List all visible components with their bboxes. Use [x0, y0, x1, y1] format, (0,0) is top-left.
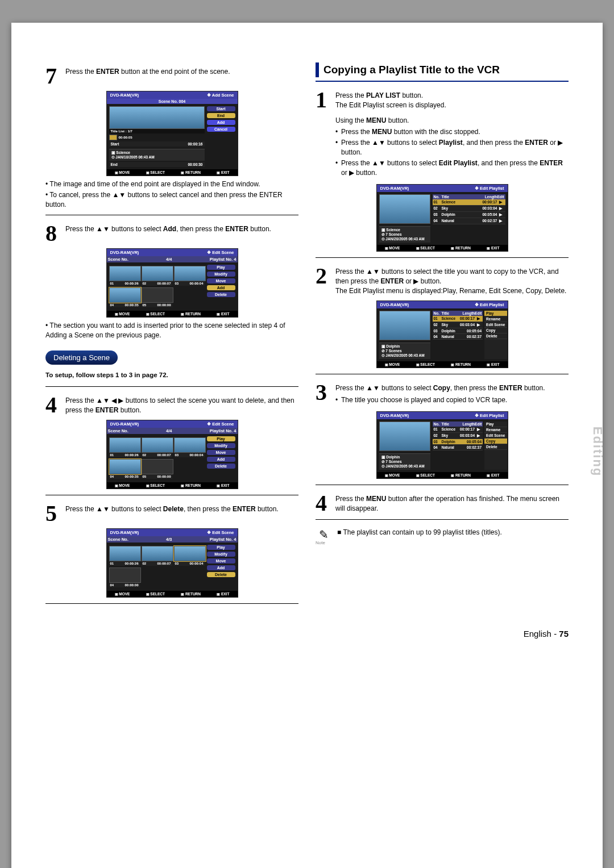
osd-edit-scene: DVD-RAM(VR)❖ Edit Scene Scene No.4/3Play… [106, 528, 238, 598]
context-menu-item[interactable]: Copy [484, 439, 507, 444]
setup-instruction: To setup, follow steps 1 to 3 in page 72… [45, 372, 298, 378]
osd-button[interactable]: Add [207, 120, 235, 125]
osd-button[interactable]: Add [207, 457, 235, 462]
osd-button[interactable]: Delete [207, 572, 235, 577]
thumbnail [109, 106, 205, 129]
note-icon: ✎ [316, 528, 331, 541]
step-number: 2 [316, 266, 335, 295]
osd-button[interactable]: Move [207, 278, 235, 283]
context-menu-item[interactable]: Rename [484, 316, 507, 322]
left-column: 7 Press the ENTER button at the end poin… [45, 62, 298, 612]
context-menu-item[interactable]: Play [484, 311, 507, 316]
step-text: Press the ENTER button at the end point … [65, 67, 298, 86]
context-menu-item[interactable]: Delete [484, 444, 507, 450]
osd-add-scene: DVD-RAM(VR)❖ Add Scene Scene No. 004 Tit… [106, 91, 238, 176]
thumbnail [379, 311, 430, 340]
osd-button[interactable]: Modify [207, 552, 235, 557]
note-block: ✎ Note The playlist can contain up to 99… [316, 528, 569, 545]
divider [316, 519, 569, 520]
osd-button[interactable]: Cancel [207, 127, 235, 132]
osd-edit-playlist: DVD-RAM(VR)❖ Edit Playlist ▣ Science ⊘ 7… [376, 184, 508, 252]
osd-button[interactable]: Modify [207, 272, 235, 277]
thumbnail [379, 194, 430, 224]
section-title: Copying a Playlist Title to the VCR [323, 62, 500, 77]
osd-button[interactable]: Modify [207, 443, 235, 448]
osd-button[interactable]: Delete [207, 464, 235, 469]
osd-button[interactable]: Play [207, 436, 235, 441]
subsection-heading: Deleting a Scene [45, 350, 118, 365]
osd-button[interactable]: End [207, 113, 235, 118]
osd-button[interactable]: Add [207, 565, 235, 570]
divider [316, 257, 569, 258]
right-column: Copying a Playlist Title to the VCR 1 Pr… [316, 62, 569, 612]
step-text: Press the MENU button after the operatio… [335, 494, 569, 514]
note-text: The playlist can contain up to 99 playli… [337, 528, 502, 537]
context-menu-item[interactable]: Delete [484, 333, 507, 339]
osd-edit-scene: DVD-RAM(VR)❖ Edit Scene Scene No.4/4Play… [106, 420, 238, 489]
osd-button[interactable]: Delete [207, 292, 235, 297]
osd-button[interactable]: Add [207, 285, 235, 290]
note-label: Note [316, 540, 331, 545]
section-rule [316, 81, 569, 82]
step-number: 7 [45, 66, 65, 86]
osd-edit-playlist: DVD-RAM(VR)❖ Edit Playlist ▣ Dolphin ⊘ 7… [376, 301, 508, 368]
step-number: 3 [316, 382, 335, 407]
divider [45, 215, 298, 215]
step-number: 8 [45, 223, 65, 244]
step-number: 4 [316, 493, 335, 514]
osd-button[interactable]: Play [207, 265, 235, 270]
context-menu-item[interactable]: Copy [484, 328, 507, 333]
context-menu-item[interactable]: Edit Scene [484, 322, 507, 328]
step-number: 1 [316, 90, 335, 180]
context-menu-item[interactable]: Edit Scene [484, 433, 507, 439]
page-footer: English - 75 [45, 629, 569, 639]
osd-edit-playlist: DVD-RAM(VR)❖ Edit Playlist ▣ Dolphin ⊘ 7… [376, 411, 508, 479]
section-accent-bar [316, 62, 319, 77]
step-text: Press the ▲▼ buttons to select Copy, the… [335, 383, 569, 407]
step-text: Press the ▲▼ buttons to select Delete, t… [65, 504, 298, 524]
step-text: Press the PLAY LIST button. The Edit Pla… [335, 91, 569, 180]
context-menu-item[interactable]: Play [484, 422, 507, 427]
context-menu-item[interactable]: Rename [484, 427, 507, 433]
osd-edit-scene: DVD-RAM(VR)❖ Edit Scene Scene No.4/4Play… [106, 248, 238, 318]
divider [45, 603, 298, 604]
divider [316, 485, 569, 485]
divider [45, 386, 298, 387]
step-number: 4 [45, 395, 65, 415]
osd-button[interactable]: Move [207, 558, 235, 564]
thumbnail [379, 422, 430, 451]
step-number: 5 [45, 503, 65, 524]
step-notes: • The section you want to add is inserte… [45, 321, 298, 340]
osd-button[interactable]: Start [207, 106, 235, 111]
step-text: Press the ▲▼ buttons to select the title… [335, 267, 569, 295]
step-text: Press the ▲▼ buttons to select Add, then… [65, 224, 298, 244]
osd-button[interactable]: Move [207, 450, 235, 455]
osd-button[interactable]: Play [207, 545, 235, 550]
side-tab: Editing [590, 427, 605, 477]
step-text: Press the ▲▼ ◀ ▶ buttons to select the s… [65, 396, 298, 415]
step-notes: • The image and time of the end point ar… [45, 180, 298, 209]
divider [45, 495, 298, 495]
divider [316, 374, 569, 374]
